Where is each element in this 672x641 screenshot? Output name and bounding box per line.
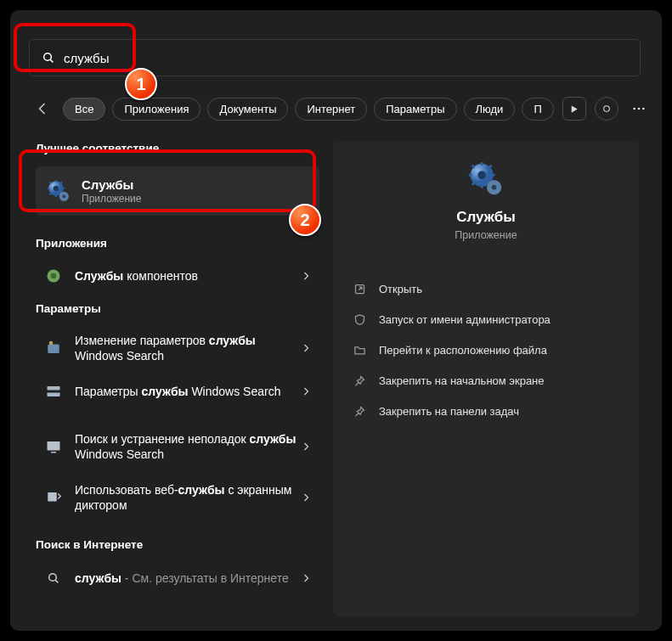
svg-rect-17: [51, 452, 56, 453]
section-web: Поиск в Интернете: [36, 538, 143, 551]
action-label: Открыть: [379, 283, 422, 295]
settings-icon: [44, 339, 63, 357]
action-pin-start[interactable]: Закрепить на начальном экране: [348, 365, 624, 396]
svg-point-11: [51, 273, 57, 279]
svg-point-13: [49, 341, 54, 346]
chevron-right-icon: [301, 271, 311, 281]
settings-row-label: Изменение параметров службы Windows Sear…: [75, 333, 301, 363]
action-label: Закрепить на начальном экране: [379, 374, 545, 387]
chevron-right-icon: [301, 441, 311, 452]
services-icon: [466, 160, 505, 199]
svg-rect-16: [48, 441, 60, 451]
play-button[interactable]: [562, 97, 586, 121]
start-search-window: Все Приложения Документы Интернет Параме…: [10, 10, 662, 631]
best-match-result[interactable]: Службы Приложение: [36, 166, 319, 216]
svg-line-1: [50, 59, 53, 62]
pin-icon: [352, 373, 367, 388]
filter-tabs: Все Приложения Документы Интернет Параме…: [36, 97, 647, 121]
svg-point-22: [477, 171, 486, 179]
tab-internet[interactable]: Интернет: [295, 98, 367, 121]
detail-subtitle: Приложение: [333, 229, 639, 241]
svg-rect-14: [48, 386, 60, 391]
narrator-icon: [44, 488, 63, 507]
open-icon: [352, 281, 367, 296]
svg-rect-12: [48, 345, 59, 354]
shield-icon: [352, 312, 367, 327]
section-settings: Параметры: [36, 302, 101, 315]
chevron-right-icon: [301, 573, 311, 583]
section-best-match: Лучшее соответствие: [36, 142, 159, 155]
more-button[interactable]: [627, 97, 651, 121]
svg-point-24: [492, 185, 497, 190]
settings-row-label: Использовать веб-службы с экранным дикто…: [75, 482, 301, 513]
action-label: Закрепить на панели задач: [379, 405, 519, 418]
search-icon: [44, 569, 63, 588]
app-row-label: Службы компонентов: [75, 268, 301, 284]
search-input[interactable]: [64, 51, 628, 65]
best-match-title: Службы: [82, 177, 141, 192]
svg-line-20: [55, 580, 58, 582]
settings-row-label: Поиск и устранение неполадок службы Wind…: [75, 431, 301, 462]
component-services-icon: [44, 267, 63, 285]
app-row-component-services[interactable]: Службы компонентов: [36, 260, 319, 292]
svg-point-9: [62, 194, 65, 198]
action-label: Перейти к расположению файла: [379, 344, 547, 357]
action-run-admin[interactable]: Запуск от имени администратора: [348, 304, 624, 335]
chevron-right-icon: [301, 343, 311, 353]
settings-icon: [44, 382, 63, 401]
annotation-badge-2: 2: [289, 204, 321, 236]
web-result-row[interactable]: службы - См. результаты в Интернете: [36, 562, 319, 594]
action-open[interactable]: Открыть: [348, 273, 624, 304]
tab-documents[interactable]: Документы: [207, 98, 288, 121]
svg-rect-18: [48, 492, 57, 502]
back-button[interactable]: [36, 98, 51, 119]
annotation-badge-1: 1: [125, 68, 157, 100]
tab-settings[interactable]: Параметры: [374, 98, 456, 121]
action-pin-taskbar[interactable]: Закрепить на панели задач: [348, 396, 624, 426]
svg-point-5: [642, 108, 645, 110]
svg-point-3: [633, 108, 635, 110]
web-result-label: службы - См. результаты в Интернете: [75, 571, 301, 586]
action-label: Запуск от имени администратора: [379, 313, 551, 326]
detail-title: Службы: [333, 209, 639, 226]
svg-point-4: [637, 108, 640, 110]
services-icon: [46, 178, 71, 204]
settings-row-3[interactable]: Поиск и устранение неполадок службы Wind…: [36, 425, 319, 469]
tab-people[interactable]: Люди: [464, 98, 516, 121]
chevron-right-icon: [301, 492, 311, 503]
troubleshoot-icon: [44, 437, 63, 456]
svg-point-2: [603, 106, 609, 112]
settings-row-4[interactable]: Использовать веб-службы с экранным дикто…: [36, 475, 319, 520]
settings-row-2[interactable]: Параметры службы Windows Search: [36, 375, 319, 408]
tab-apps[interactable]: Приложения: [112, 98, 200, 121]
settings-row-label: Параметры службы Windows Search: [75, 384, 301, 399]
tab-more-cut[interactable]: П: [522, 98, 553, 121]
action-file-location[interactable]: Перейти к расположению файла: [348, 335, 624, 365]
svg-point-7: [54, 186, 59, 191]
chevron-right-icon: [301, 386, 311, 396]
svg-point-0: [44, 53, 52, 61]
svg-rect-15: [48, 393, 60, 397]
folder-icon: [352, 342, 367, 357]
best-match-subtitle: Приложение: [82, 193, 141, 205]
svg-point-19: [49, 574, 57, 582]
detail-panel: Службы Приложение Открыть Запуск от имен…: [333, 141, 639, 616]
search-box[interactable]: [29, 39, 641, 76]
tab-all[interactable]: Все: [63, 98, 105, 121]
pin-icon: [352, 403, 367, 419]
settings-row-1[interactable]: Изменение параметров службы Windows Sear…: [36, 326, 319, 370]
section-apps: Приложения: [36, 237, 107, 250]
circle-button[interactable]: [595, 97, 618, 121]
search-icon: [42, 51, 55, 65]
